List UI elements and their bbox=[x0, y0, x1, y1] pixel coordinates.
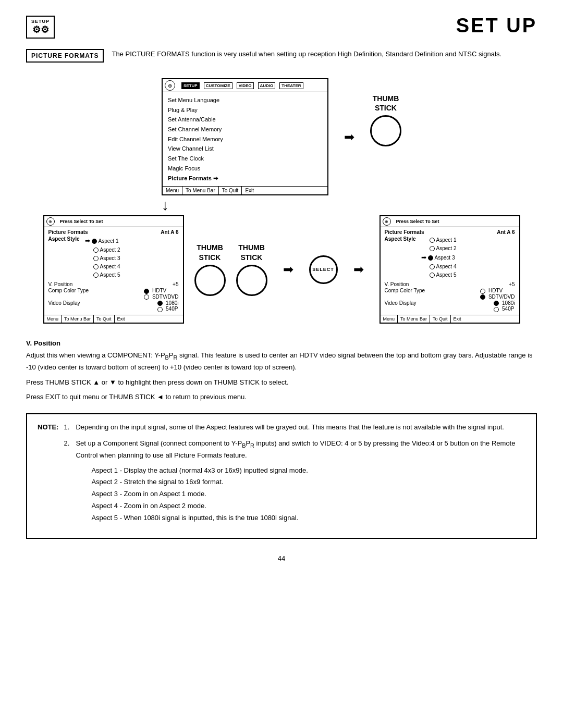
r-arrow-indicator: ➡ bbox=[421, 253, 426, 263]
r-comp-values: HDTV SDTV/DVD bbox=[480, 288, 515, 300]
bottom-left-bottombar: Menu To Menu Bar To Quit Exit bbox=[44, 315, 183, 323]
vpos-value: +5 bbox=[173, 281, 178, 287]
video-values: 1080i 540P bbox=[157, 300, 178, 312]
aspect-row-5: Aspect 5 bbox=[85, 271, 120, 279]
r-radio-aspect3-filled bbox=[428, 255, 433, 261]
diagram-area: ⊕ SETUP CUSTOMIZE VIDEO AUDIO THEATER Se… bbox=[26, 78, 537, 324]
radio-aspect2-empty bbox=[93, 248, 99, 253]
r-vpos-row: V. Position +5 bbox=[385, 281, 515, 287]
note-item-2: 2. Set up a Component Signal (connect co… bbox=[64, 438, 525, 525]
note-box: NOTE: 1. Depending on the input signal, … bbox=[26, 413, 537, 538]
br-exit: Exit bbox=[451, 315, 464, 323]
bottom-right-bottombar: Menu To Menu Bar To Quit Exit bbox=[381, 315, 519, 323]
bl-to-quit: To Quit bbox=[94, 315, 115, 323]
note-item-1: 1. Depending on the input signal, some o… bbox=[64, 422, 525, 433]
tab-audio[interactable]: AUDIO bbox=[258, 82, 276, 89]
thumbstick-top-circle bbox=[370, 115, 401, 146]
vpos-label: V. Position bbox=[48, 281, 73, 287]
top-menu-items: Set Menu Language Plug & Play Set Antenn… bbox=[163, 92, 327, 186]
video-label: Video Display bbox=[48, 300, 80, 312]
tab-video[interactable]: VIDEO bbox=[237, 82, 254, 89]
note-content-1: 1. Depending on the input signal, some o… bbox=[64, 422, 525, 524]
r-radio-aspect4 bbox=[430, 264, 435, 269]
radio-aspect5-empty bbox=[93, 273, 99, 278]
r-aspect4-label: Aspect 4 bbox=[436, 263, 457, 271]
bl-to-menu-bar: To Menu Bar bbox=[62, 315, 94, 323]
v-position-title: V. Position bbox=[26, 339, 537, 347]
thumbstick-bl-circle bbox=[194, 265, 226, 296]
r-radio-aspect2 bbox=[430, 246, 435, 251]
r-comp-label: Comp Color Type bbox=[385, 288, 425, 300]
br-menu: Menu bbox=[381, 315, 398, 323]
menu-item-channel-mem: Set Channel Memory bbox=[168, 125, 322, 134]
note-text-2: Set up a Component Signal (connect compo… bbox=[76, 438, 525, 525]
top-menu-box: ⊕ SETUP CUSTOMIZE VIDEO AUDIO THEATER Se… bbox=[162, 78, 328, 195]
arrow-indicator: ➡ bbox=[85, 236, 90, 246]
setup-icon-label: SETUP bbox=[31, 19, 50, 24]
bottom-right-pf-label: Picture Formats bbox=[385, 229, 424, 235]
r-radio-aspect1 bbox=[430, 238, 435, 243]
pf-label: PICTURE FORMATS bbox=[26, 49, 104, 63]
note-aspect-list: Aspect 1 - Display the actual (normal 4x… bbox=[91, 465, 525, 524]
1080-radio-filled bbox=[157, 301, 163, 306]
note-label: NOTE: bbox=[38, 422, 58, 433]
page-title: SET UP bbox=[65, 16, 537, 35]
aspect2-label: Aspect 2 bbox=[100, 246, 120, 254]
r-radio-aspect5 bbox=[430, 273, 435, 278]
menu-item-edit-channel: Edit Channel Memory bbox=[168, 134, 322, 144]
tab-setup[interactable]: SETUP bbox=[181, 82, 200, 89]
br-to-quit: To Quit bbox=[430, 315, 451, 323]
aspect-row-3: Aspect 3 bbox=[85, 254, 120, 263]
540-radio-empty bbox=[157, 307, 163, 312]
select-circle: SELECT bbox=[309, 255, 338, 284]
bottom-right-content: Picture Formats Ant A 6 Aspect Style Asp… bbox=[381, 227, 519, 315]
bottom-left-aspects: ➡ Aspect 1 Aspect 2 Aspect 3 bbox=[82, 236, 120, 279]
bottom-left-aspect-label: Aspect Style bbox=[48, 236, 80, 242]
menu-item-magic: Magic Focus bbox=[168, 164, 322, 174]
r-sdtv-radio-filled bbox=[480, 294, 485, 300]
sub-b2: B bbox=[242, 442, 246, 449]
top-menu-row: ⊕ SETUP CUSTOMIZE VIDEO AUDIO THEATER Se… bbox=[26, 78, 537, 195]
radio-aspect4-empty bbox=[93, 264, 99, 269]
pf-description: The PICTURE FORMATS function is very use… bbox=[112, 49, 501, 59]
tab-customize[interactable]: CUSTOMIZE bbox=[204, 82, 232, 89]
r-aspect-row-4: Aspect 4 bbox=[421, 263, 457, 271]
bottom-left-pf-label: Picture Formats bbox=[48, 229, 88, 235]
bl-menu: Menu bbox=[44, 315, 62, 323]
note-aspect-5: Aspect 5 - When 1080i signal is inputted… bbox=[91, 513, 525, 524]
sub-r2: R bbox=[250, 442, 254, 449]
r-aspect-row-1: Aspect 1 bbox=[421, 236, 457, 244]
bottom-left-header-label: Press Select To Set bbox=[60, 219, 103, 224]
note-num-1: 1. bbox=[64, 422, 71, 433]
r-sdtv-label: SDTV/DVD bbox=[488, 294, 515, 300]
thumbstick-bl-label: THUMBSTICK bbox=[197, 243, 223, 262]
r-hdtv-label: HDTV bbox=[488, 288, 503, 293]
thumbstick-top-label: THUMBSTICK bbox=[373, 94, 399, 113]
aspect-row-2: Aspect 2 bbox=[85, 246, 120, 254]
note-aspect-4: Aspect 4 - Zoom in on Aspect 2 mode. bbox=[91, 501, 525, 512]
r-1080i-label: 1080i bbox=[502, 300, 515, 306]
picture-formats-section: PICTURE FORMATS The PICTURE FORMATS func… bbox=[26, 49, 537, 63]
page-number: 44 bbox=[26, 554, 537, 562]
v-position-instruction1: Press THUMB STICK ▲ or ▼ to highlight th… bbox=[26, 377, 537, 388]
top-menu-topbar: ⊕ SETUP CUSTOMIZE VIDEO AUDIO THEATER bbox=[163, 79, 327, 92]
aspect1-label: Aspect 1 bbox=[99, 237, 119, 245]
540p-label: 540P bbox=[166, 306, 178, 312]
tab-theater[interactable]: THEATER bbox=[279, 82, 303, 89]
menu-icon: ⊕ bbox=[165, 80, 175, 91]
r-1080-radio-filled bbox=[494, 301, 499, 306]
video-row: Video Display 1080i 540P bbox=[48, 300, 179, 312]
thumbstick-bottom-right: THUMBSTICK bbox=[236, 243, 267, 295]
bottom-to-menu-bar: To Menu Bar bbox=[182, 187, 219, 194]
comp-values: HDTV SDTV/DVD bbox=[144, 288, 178, 300]
thumbstick-bottom-left: THUMBSTICK bbox=[194, 243, 226, 295]
r-vpos-value: +5 bbox=[509, 281, 515, 287]
comp-row: Comp Color Type HDTV SDTV/DVD bbox=[48, 288, 179, 300]
v-position-text: Adjust this when viewing a COMPONENT: Y-… bbox=[26, 350, 537, 373]
aspect4-label: Aspect 4 bbox=[100, 263, 120, 271]
bottom-left-aspect-section: Aspect Style ➡ Aspect 1 Aspect 2 bbox=[48, 236, 179, 279]
top-menu-bottombar: Menu To Menu Bar To Quit Exit bbox=[163, 186, 327, 194]
bottom-right-aspects: Aspect 1 Aspect 2 ➡ Aspect 3 bbox=[419, 236, 457, 279]
r-540-radio bbox=[494, 307, 499, 312]
arrow-to-thumbstick: ➡ bbox=[344, 130, 354, 144]
